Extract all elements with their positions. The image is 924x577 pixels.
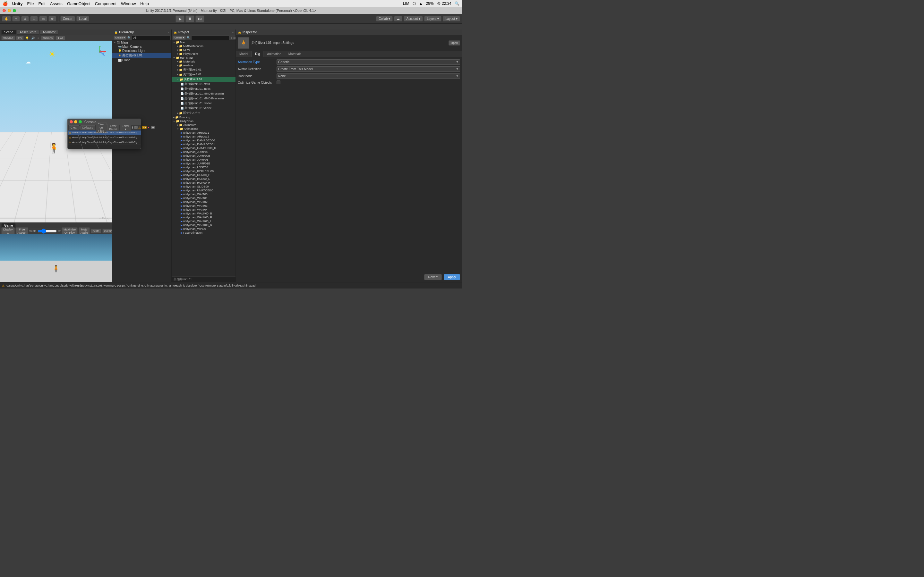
proj-item-run00l[interactable]: ▶ unitychan_RUN00_L	[172, 177, 236, 181]
inspector-tab-model[interactable]: Model	[236, 51, 252, 57]
animation-type-value[interactable]: Generic ▼	[276, 59, 460, 65]
hierarchy-item-model[interactable]: 🧍 美竹蘭ver1.01	[112, 53, 171, 58]
console-error-pause-btn[interactable]: Error Pause	[107, 124, 120, 131]
proj-item-reflesh00[interactable]: ▶ unitychan_REFLESH00	[172, 169, 236, 173]
proj-expand-arrow[interactable]: ▼	[173, 57, 175, 59]
layout-btn[interactable]: Layout ▾	[443, 16, 460, 21]
proj-expand-arrow[interactable]: ▶	[177, 60, 178, 63]
move-tool-btn[interactable]: ✛	[12, 16, 20, 21]
hierarchy-create-btn[interactable]: Create ▾	[113, 35, 126, 40]
proj-item-vertex[interactable]: 📄 美竹蘭ver1.01.vertex	[172, 106, 236, 111]
rotate-tool-btn[interactable]: ↺	[21, 16, 29, 21]
menu-window[interactable]: Window	[121, 1, 136, 6]
project-create-btn[interactable]: Create ▾	[173, 35, 186, 40]
play-button[interactable]: ▶	[176, 15, 184, 23]
proj-expand-arrow[interactable]: ▶	[177, 64, 178, 67]
proj-item-run00r[interactable]: ▶ unitychan_RUN00_R	[172, 181, 236, 185]
proj-item-jump00b[interactable]: ▶ unitychan_JUMP00B	[172, 154, 236, 158]
inspector-tab-animation[interactable]: Animation	[263, 51, 284, 57]
proj-item-texture-folder[interactable]: ▶ 📁 関テクスチャ	[172, 111, 236, 115]
layers-btn[interactable]: Layers ▾	[424, 16, 441, 21]
cloud-btn[interactable]: ☁	[394, 16, 402, 21]
proj-item-readme[interactable]: ▶ 📁 readme	[172, 63, 236, 67]
proj-item-jump01b[interactable]: ▶ unitychan_JUMP01B	[172, 161, 236, 165]
collab-btn[interactable]: Collab ▾	[376, 16, 393, 21]
inspector-tab-materials[interactable]: Materials	[285, 51, 305, 57]
open-asset-btn[interactable]: Open	[449, 40, 460, 45]
avatar-definition-value[interactable]: Create From This Model ▼	[276, 66, 460, 72]
spotlight-icon[interactable]: 🔍	[455, 1, 459, 6]
apply-btn[interactable]: Apply	[444, 274, 460, 280]
all-layers-btn[interactable]: ✦All	[55, 36, 65, 40]
proj-expand-arrow[interactable]: ▶	[177, 69, 178, 71]
scale-slider[interactable]	[37, 230, 57, 232]
game-view[interactable]: 🧍	[0, 234, 112, 282]
proj-item-wait03[interactable]: ▶ unitychan_WAIT03	[172, 204, 236, 208]
proj-item-arpose1[interactable]: ▶ unitychan_ARpose1	[172, 131, 236, 135]
proj-item-damaged01[interactable]: ▶ unitychan_DAMAGED01	[172, 142, 236, 146]
root-node-value[interactable]: None ▼	[276, 73, 460, 79]
optimize-checkbox[interactable]	[276, 81, 280, 84]
proj-item-wait01[interactable]: ▶ unitychan_WAIT01	[172, 196, 236, 200]
menu-help[interactable]: Help	[140, 1, 149, 6]
proj-item-unitychan[interactable]: ▼ 📁 UnityChan	[172, 119, 236, 123]
asset-store-tab[interactable]: Asset Store	[17, 30, 39, 35]
animator-tab[interactable]: Animator	[40, 30, 58, 35]
console-maximize-dot[interactable]	[79, 120, 82, 123]
proj-item-faceanim[interactable]: ▶ FaceAnimation	[172, 231, 236, 235]
proj-item-mmd4mecanim[interactable]: ▶ 📁 MMD4Mecanim	[172, 44, 236, 48]
proj-item-playeranim[interactable]: ▶ 📁 PlayerAnim	[172, 52, 236, 56]
proj-expand-arrow[interactable]: ▶	[177, 53, 178, 55]
proj-expand-arrow[interactable]: ▶	[177, 112, 178, 114]
hierarchy-item-plane[interactable]: ⬜ Plane	[112, 58, 171, 62]
project-options-icon[interactable]: ⊞	[233, 36, 236, 39]
proj-item-wait02[interactable]: ▶ unitychan_WAIT02	[172, 200, 236, 204]
console-row-2[interactable]: ⚠ Assets/UnityChan/Scripts/UnityChanCont…	[68, 135, 141, 140]
hierarchy-item-main[interactable]: ▼ 🎬 Main	[112, 40, 171, 45]
proj-item-wait04[interactable]: ▶ unitychan_WAIT04	[172, 208, 236, 211]
aspect-dropdown[interactable]: Free Aspect	[16, 227, 29, 235]
proj-expand-arrow[interactable]: ▼	[173, 120, 175, 122]
console-collapse-btn[interactable]: Collapse	[80, 125, 95, 130]
console-minimize-dot[interactable]	[74, 120, 78, 123]
proj-item-wait00[interactable]: ▶ unitychan_WAIT00	[172, 192, 236, 196]
proj-item-jump01[interactable]: ▶ unitychan_JUMP01	[172, 158, 236, 161]
center-toggle-btn[interactable]: Center	[60, 16, 75, 21]
rect-tool-btn[interactable]: ▭	[39, 16, 47, 21]
scene-tab[interactable]: Scene	[1, 30, 16, 35]
display-dropdown[interactable]: Display 1	[1, 227, 15, 235]
proj-expand-arrow[interactable]: ▼	[177, 128, 179, 130]
stats-btn[interactable]: Stats	[91, 229, 102, 234]
proj-expand-arrow[interactable]: ▶	[177, 45, 178, 47]
menu-unity[interactable]: Unity	[12, 1, 23, 6]
project-sort-icon[interactable]: ↕	[231, 36, 232, 39]
console-row-1[interactable]: ⚠ Assets/UnityChan/Scripts/UnityChanCont…	[68, 131, 141, 135]
proj-item-mmd4m2[interactable]: 📄 美竹蘭ver1.01.MMD4Mecanim	[172, 96, 236, 101]
multi-tool-btn[interactable]: ⊕	[48, 16, 56, 21]
proj-item-slide00[interactable]: ▶ unitychan_SLIDE00	[172, 185, 236, 189]
proj-selected-arrow[interactable]: ▼	[177, 78, 179, 81]
proj-expand-arrow[interactable]: ▼	[173, 41, 175, 44]
project-menu-icon[interactable]: ≡	[232, 31, 234, 34]
shaded-dropdown[interactable]: Shaded	[1, 36, 15, 40]
mute-audio-btn[interactable]: Mute Audio	[79, 227, 90, 235]
proj-item-handup[interactable]: ▶ unitychan_HANDUP00_R	[172, 146, 236, 150]
proj-item-model-file[interactable]: 📄 美竹蘭ver1.01.model	[172, 101, 236, 106]
proj-item-walk00l[interactable]: ▶ unitychan_WALK00_L	[172, 219, 236, 223]
menu-edit[interactable]: Edit	[38, 1, 45, 6]
proj-item-materials[interactable]: ▶ 📁 Materials	[172, 60, 236, 63]
proj-item-ranmmd[interactable]: ▼ 📁 Ran MMD	[172, 56, 236, 60]
apple-menu[interactable]: 🍎	[3, 1, 8, 6]
project-search-input[interactable]	[191, 35, 230, 40]
proj-item-animations[interactable]: ▼ 📁 Animations	[172, 127, 236, 131]
proj-item-walk00f[interactable]: ▶ unitychan_WALK00_F	[172, 215, 236, 219]
proj-expand-arrow[interactable]: ▶	[177, 124, 178, 126]
proj-item-jump00[interactable]: ▶ unitychan_JUMP00	[172, 150, 236, 154]
menu-gameobject[interactable]: GameObject	[67, 1, 90, 6]
hierarchy-item-main-camera[interactable]: 📷 Main Camera	[112, 45, 171, 49]
proj-item-animators[interactable]: ▶ 📁 Animators	[172, 123, 236, 127]
proj-item-extra[interactable]: 📄 美竹蘭ver1.01.extra	[172, 82, 236, 87]
hierarchy-search-input[interactable]	[132, 35, 170, 40]
proj-expand-arrow[interactable]: ▶	[177, 73, 178, 76]
maximize-on-play-btn[interactable]: Maximize On Play	[61, 227, 78, 235]
